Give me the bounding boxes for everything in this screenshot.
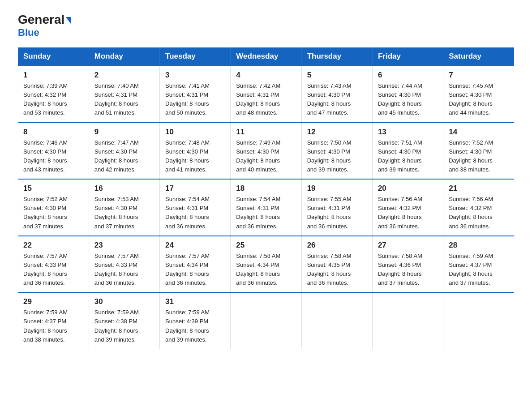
day-info: Sunrise: 7:57 AMSunset: 4:33 PMDaylight:… [23,252,83,288]
calendar-cell: 10Sunrise: 7:48 AMSunset: 4:30 PMDayligh… [160,123,231,180]
weekday-header-thursday: Thursday [301,47,372,66]
day-number: 19 [307,184,367,193]
day-info: Sunrise: 7:45 AMSunset: 4:30 PMDaylight:… [449,81,509,118]
day-number: 29 [23,297,83,306]
logo: General Blue [18,13,71,39]
calendar-cell: 21Sunrise: 7:56 AMSunset: 4:32 PMDayligh… [443,179,514,236]
day-info: Sunrise: 7:51 AMSunset: 4:30 PMDaylight:… [378,138,438,175]
day-info: Sunrise: 7:56 AMSunset: 4:32 PMDaylight:… [449,195,509,231]
calendar-cell: 23Sunrise: 7:57 AMSunset: 4:33 PMDayligh… [89,236,159,293]
day-info: Sunrise: 7:58 AMSunset: 4:34 PMDaylight:… [236,252,296,288]
week-row-4: 22Sunrise: 7:57 AMSunset: 4:33 PMDayligh… [18,236,514,293]
calendar-cell [443,292,514,349]
calendar-cell: 8Sunrise: 7:46 AMSunset: 4:30 PMDaylight… [18,123,89,180]
day-info: Sunrise: 7:43 AMSunset: 4:30 PMDaylight:… [307,81,367,118]
day-number: 23 [94,241,154,250]
weekday-header-saturday: Saturday [443,47,514,66]
calendar-cell: 24Sunrise: 7:57 AMSunset: 4:34 PMDayligh… [160,236,231,293]
week-row-1: 1Sunrise: 7:39 AMSunset: 4:32 PMDaylight… [18,66,514,123]
calendar-cell: 30Sunrise: 7:59 AMSunset: 4:38 PMDayligh… [89,292,159,349]
day-number: 16 [94,184,154,193]
day-info: Sunrise: 7:42 AMSunset: 4:31 PMDaylight:… [236,81,296,118]
calendar-cell: 14Sunrise: 7:52 AMSunset: 4:30 PMDayligh… [443,123,514,180]
weekday-header-wednesday: Wednesday [231,47,301,66]
day-info: Sunrise: 7:53 AMSunset: 4:30 PMDaylight:… [94,195,154,231]
calendar-cell: 19Sunrise: 7:55 AMSunset: 4:31 PMDayligh… [301,179,372,236]
day-info: Sunrise: 7:59 AMSunset: 4:37 PMDaylight:… [23,308,83,344]
day-number: 14 [449,128,509,137]
day-number: 26 [307,241,367,250]
day-number: 12 [307,128,367,137]
day-number: 25 [236,241,296,250]
calendar-cell: 25Sunrise: 7:58 AMSunset: 4:34 PMDayligh… [231,236,301,293]
day-info: Sunrise: 7:57 AMSunset: 4:34 PMDaylight:… [165,252,225,288]
weekday-header-tuesday: Tuesday [160,47,231,66]
day-number: 10 [165,128,225,137]
day-info: Sunrise: 7:49 AMSunset: 4:30 PMDaylight:… [236,138,296,175]
logo-blue: Blue [18,27,39,39]
day-number: 11 [236,128,296,137]
calendar-cell [231,292,301,349]
day-number: 17 [165,184,225,193]
day-info: Sunrise: 7:39 AMSunset: 4:32 PMDaylight:… [23,81,83,118]
calendar-cell: 9Sunrise: 7:47 AMSunset: 4:30 PMDaylight… [89,123,159,180]
day-info: Sunrise: 7:46 AMSunset: 4:30 PMDaylight:… [23,138,83,175]
day-info: Sunrise: 7:58 AMSunset: 4:35 PMDaylight:… [307,252,367,288]
day-info: Sunrise: 7:59 AMSunset: 4:37 PMDaylight:… [449,252,509,288]
day-number: 9 [94,128,154,137]
day-number: 20 [378,184,438,193]
calendar-cell: 13Sunrise: 7:51 AMSunset: 4:30 PMDayligh… [372,123,443,180]
day-number: 21 [449,184,509,193]
day-info: Sunrise: 7:52 AMSunset: 4:30 PMDaylight:… [449,138,509,175]
calendar-cell: 29Sunrise: 7:59 AMSunset: 4:37 PMDayligh… [18,292,89,349]
calendar-cell: 11Sunrise: 7:49 AMSunset: 4:30 PMDayligh… [231,123,301,180]
day-number: 7 [449,71,509,80]
day-info: Sunrise: 7:54 AMSunset: 4:31 PMDaylight:… [165,195,225,231]
week-row-2: 8Sunrise: 7:46 AMSunset: 4:30 PMDaylight… [18,123,514,180]
calendar-cell: 16Sunrise: 7:53 AMSunset: 4:30 PMDayligh… [89,179,159,236]
calendar-cell: 4Sunrise: 7:42 AMSunset: 4:31 PMDaylight… [231,66,301,123]
week-row-5: 29Sunrise: 7:59 AMSunset: 4:37 PMDayligh… [18,292,514,349]
calendar-cell: 15Sunrise: 7:52 AMSunset: 4:30 PMDayligh… [18,179,89,236]
day-number: 4 [236,71,296,80]
weekday-header-row: SundayMondayTuesdayWednesdayThursdayFrid… [18,47,514,66]
weekday-header-monday: Monday [89,47,159,66]
day-number: 15 [23,184,83,193]
day-number: 2 [94,71,154,80]
day-info: Sunrise: 7:50 AMSunset: 4:30 PMDaylight:… [307,138,367,175]
day-number: 18 [236,184,296,193]
day-number: 30 [94,297,154,306]
day-info: Sunrise: 7:57 AMSunset: 4:33 PMDaylight:… [94,252,154,288]
calendar-cell: 20Sunrise: 7:56 AMSunset: 4:32 PMDayligh… [372,179,443,236]
calendar-cell: 28Sunrise: 7:59 AMSunset: 4:37 PMDayligh… [443,236,514,293]
calendar-cell: 7Sunrise: 7:45 AMSunset: 4:30 PMDaylight… [443,66,514,123]
calendar-cell: 27Sunrise: 7:58 AMSunset: 4:36 PMDayligh… [372,236,443,293]
calendar-cell: 6Sunrise: 7:44 AMSunset: 4:30 PMDaylight… [372,66,443,123]
calendar-cell: 5Sunrise: 7:43 AMSunset: 4:30 PMDaylight… [301,66,372,123]
weekday-header-sunday: Sunday [18,47,89,66]
day-info: Sunrise: 7:59 AMSunset: 4:38 PMDaylight:… [94,308,154,344]
week-row-3: 15Sunrise: 7:52 AMSunset: 4:30 PMDayligh… [18,179,514,236]
day-number: 3 [165,71,225,80]
day-info: Sunrise: 7:41 AMSunset: 4:31 PMDaylight:… [165,81,225,118]
calendar-cell: 18Sunrise: 7:54 AMSunset: 4:31 PMDayligh… [231,179,301,236]
calendar-cell: 12Sunrise: 7:50 AMSunset: 4:30 PMDayligh… [301,123,372,180]
logo-general: General [18,13,71,26]
calendar-cell: 1Sunrise: 7:39 AMSunset: 4:32 PMDaylight… [18,66,89,123]
calendar-table: SundayMondayTuesdayWednesdayThursdayFrid… [18,47,514,349]
calendar-cell: 31Sunrise: 7:59 AMSunset: 4:39 PMDayligh… [160,292,231,349]
day-info: Sunrise: 7:44 AMSunset: 4:30 PMDaylight:… [378,81,438,118]
day-info: Sunrise: 7:40 AMSunset: 4:31 PMDaylight:… [94,81,154,118]
day-info: Sunrise: 7:58 AMSunset: 4:36 PMDaylight:… [378,252,438,288]
day-info: Sunrise: 7:48 AMSunset: 4:30 PMDaylight:… [165,138,225,175]
calendar-cell [301,292,372,349]
day-number: 28 [449,241,509,250]
day-info: Sunrise: 7:59 AMSunset: 4:39 PMDaylight:… [165,308,225,344]
day-number: 8 [23,128,83,137]
day-number: 31 [165,297,225,306]
day-info: Sunrise: 7:54 AMSunset: 4:31 PMDaylight:… [236,195,296,231]
day-number: 1 [23,71,83,80]
day-number: 13 [378,128,438,137]
calendar-cell: 26Sunrise: 7:58 AMSunset: 4:35 PMDayligh… [301,236,372,293]
day-number: 27 [378,241,438,250]
